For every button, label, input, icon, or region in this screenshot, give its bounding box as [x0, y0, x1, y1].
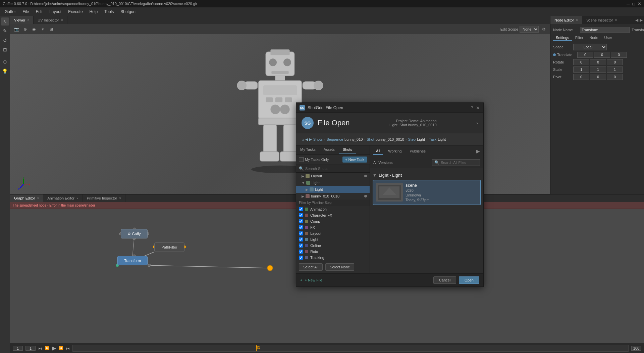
search-all-input[interactable] [441, 161, 478, 165]
uv-tab-close[interactable]: × [61, 18, 63, 22]
pipeline-animation[interactable]: Animation [296, 206, 370, 212]
menu-tools[interactable]: Tools [101, 9, 117, 15]
right-panel-arrow[interactable]: ▶ [476, 148, 480, 154]
play-next-frame-icon[interactable]: ⏩ [59, 346, 63, 350]
pipeline-roto[interactable]: Roto [296, 249, 370, 255]
pipeline-charfx[interactable]: Character FX [296, 212, 370, 218]
pipeline-layout[interactable]: Layout [296, 230, 370, 236]
breadcrumb-home[interactable]: ⌂ [302, 137, 304, 141]
tab-graph-editor[interactable]: Graph Editor × [10, 194, 43, 202]
animation-editor-tab-close[interactable]: × [76, 196, 78, 200]
dialog-help-button[interactable]: ? [471, 105, 473, 110]
project-forward-arrow[interactable]: › [476, 120, 478, 126]
dlg-tab-mytasks[interactable]: My Tasks [296, 145, 320, 154]
pipeline-online-cb[interactable] [299, 244, 303, 248]
file-card[interactable]: scene v020 Unknown Today, 9:27pm [373, 180, 481, 205]
play-button[interactable]: ▶ [52, 345, 56, 351]
breadcrumb-back[interactable]: ◂ [305, 136, 308, 142]
translate-y[interactable] [594, 52, 610, 58]
menu-shotgun[interactable]: Shotgun [117, 9, 139, 15]
maximize-button[interactable]: □ [632, 1, 635, 6]
light-icon[interactable]: ☀ [39, 26, 46, 33]
pipeline-comp[interactable]: Comp [296, 218, 370, 224]
tab-viewer[interactable]: Viewer × [10, 16, 34, 24]
play-prev-frame-icon[interactable]: ⏪ [45, 346, 49, 350]
rotate-x[interactable] [573, 59, 589, 65]
scope-select[interactable]: None [520, 26, 539, 33]
section-arrow[interactable]: ▼ [373, 173, 377, 178]
breadcrumb-sequence-value[interactable]: bunny_010 [344, 137, 363, 141]
subtab-filter[interactable]: Filter [573, 35, 586, 41]
node-transform[interactable]: Transform [117, 256, 148, 265]
timeline-bar[interactable]: 33 [72, 345, 629, 352]
cam-icon[interactable]: 📷 [13, 26, 20, 33]
scene-inspector-tab-close[interactable]: × [615, 18, 617, 22]
pivot-x[interactable] [573, 74, 589, 80]
menu-file[interactable]: File [19, 9, 32, 15]
pipeline-tracking[interactable]: Tracking [296, 255, 370, 261]
grid-icon[interactable]: ⊞ [48, 26, 55, 33]
play-next-icon[interactable]: ⏭ [66, 346, 70, 350]
breadcrumb-step-value[interactable]: Light [417, 137, 425, 141]
pivot-icon[interactable]: ⊕ [21, 26, 29, 33]
light-tool[interactable]: 💡 [1, 67, 9, 75]
camera-tool[interactable]: ⊙ [1, 58, 9, 66]
menu-edit[interactable]: Edit [32, 9, 46, 15]
tab-animation-editor[interactable]: Animation Editor × [43, 194, 83, 202]
scope-settings[interactable]: ⚙ [540, 26, 547, 33]
node-gaffy[interactable]: ⚙ Gaffy [121, 229, 148, 238]
timeline-current[interactable] [25, 346, 36, 351]
pipeline-animation-cb[interactable] [299, 207, 303, 211]
pipeline-fx[interactable]: FX [296, 224, 370, 230]
tree-item-light-folder[interactable]: ▼ Light [296, 179, 370, 186]
menu-gaffer[interactable]: Gaffer [1, 9, 19, 15]
pipeline-roto-cb[interactable] [299, 250, 303, 254]
tree-item-shot[interactable]: ▶ bunny_010_0010 [296, 193, 370, 200]
node-editor-tab-close[interactable]: × [576, 18, 578, 22]
subtab-node[interactable]: Node [587, 35, 601, 41]
rotate-tool[interactable]: ↺ [1, 36, 9, 44]
pipeline-light-cb[interactable] [299, 237, 303, 241]
panel-collapse[interactable]: ◀ [635, 18, 638, 23]
pipeline-layout-cb[interactable] [299, 231, 303, 235]
timeline-end[interactable] [631, 346, 641, 351]
pipeline-comp-cb[interactable] [299, 219, 303, 223]
tab-scene-inspector[interactable]: Scene Inspector × [582, 16, 621, 24]
drh-tab-all[interactable]: All [373, 147, 383, 155]
rotate-z[interactable] [607, 59, 623, 65]
rotate-y[interactable] [590, 59, 606, 65]
breadcrumb-forward[interactable]: ▸ [309, 136, 312, 142]
breadcrumb-shots[interactable]: Shots [313, 137, 323, 141]
pivot-z[interactable] [607, 74, 623, 80]
panel-expand[interactable]: ▶ [640, 18, 643, 23]
dlg-tab-assets[interactable]: Assets [320, 145, 339, 154]
select-tool[interactable]: ↖ [1, 17, 9, 26]
node-name-input[interactable] [580, 27, 630, 33]
pivot-y[interactable] [590, 74, 606, 80]
tab-node-editor[interactable]: Node Editor × [550, 16, 582, 24]
menu-execute[interactable]: Execute [65, 9, 86, 15]
node-pathfilter[interactable]: PathFilter [154, 242, 184, 252]
new-task-button[interactable]: + New Task [342, 157, 367, 163]
pipeline-charfx-cb[interactable] [299, 213, 303, 217]
scale-tool[interactable]: ⊞ [1, 46, 9, 54]
tree-item-light-item[interactable]: ▶ Light [296, 186, 370, 193]
select-all-button[interactable]: Select All [299, 263, 323, 271]
primitive-inspector-tab-close[interactable]: × [119, 196, 121, 200]
tab-primitive-inspector[interactable]: Primitive Inspector × [83, 194, 125, 202]
play-prev-icon[interactable]: ⏮ [38, 346, 42, 350]
pipeline-tracking-cb[interactable] [299, 256, 303, 260]
minimize-button[interactable]: ─ [627, 1, 630, 6]
new-file-link[interactable]: + + New File [300, 278, 322, 282]
menu-help[interactable]: Help [86, 9, 101, 15]
scale-x[interactable] [573, 67, 589, 73]
close-button[interactable]: ✕ [638, 1, 641, 6]
subtab-settings[interactable]: Settings [553, 35, 572, 41]
timeline-start[interactable] [13, 346, 23, 351]
breadcrumb-task-value[interactable]: Light [438, 137, 446, 141]
tree-item-layout-parent[interactable]: ▶ Layout [296, 173, 370, 179]
cancel-button[interactable]: Cancel [433, 276, 456, 284]
drh-tab-working[interactable]: Working [385, 148, 404, 155]
space-select[interactable]: Local [573, 44, 607, 50]
translate-tool[interactable]: ✎ [1, 27, 9, 35]
